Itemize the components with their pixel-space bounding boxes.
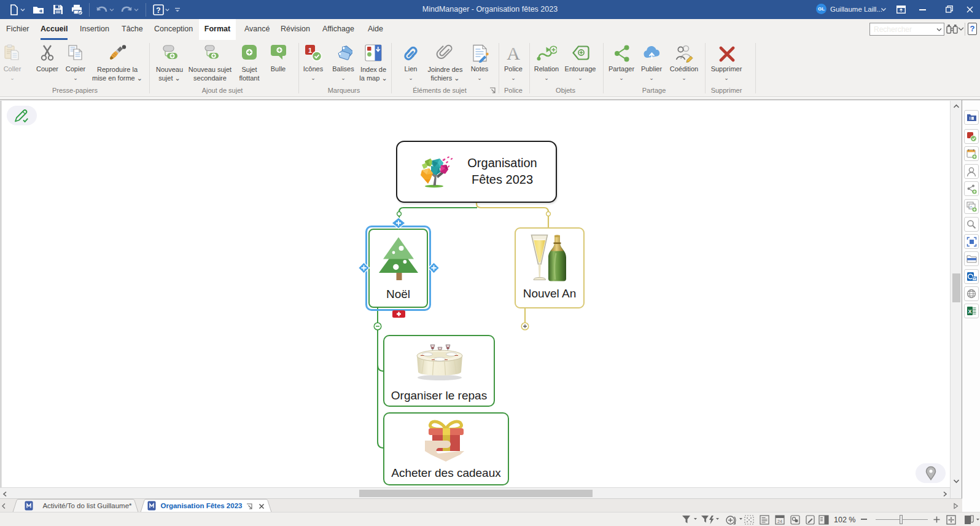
svg-text:24: 24 (777, 519, 782, 524)
svg-text:X: X (968, 308, 971, 315)
svg-text:?: ? (156, 6, 160, 14)
svg-text:1: 1 (308, 47, 312, 54)
svg-text:A: A (507, 43, 520, 63)
